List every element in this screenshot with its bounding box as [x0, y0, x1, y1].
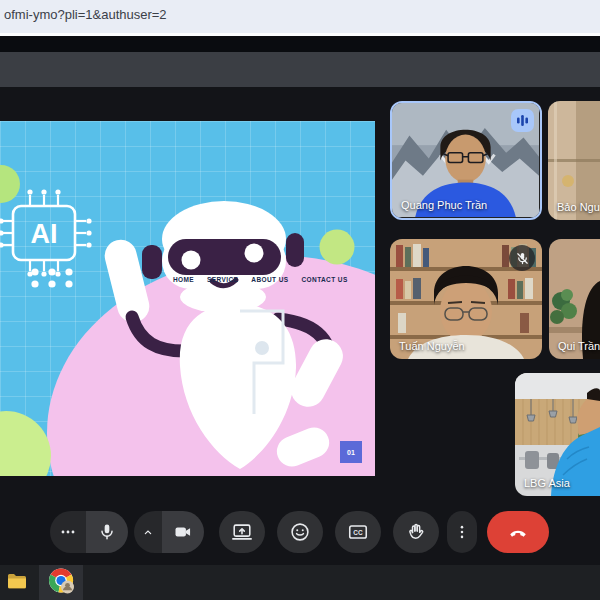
participant-name: Bảo Ngu [557, 201, 600, 213]
captions-icon: CC [347, 521, 369, 543]
url-text: ofmi-ymo?pli=1&authuser=2 [4, 7, 167, 22]
reactions-button[interactable] [277, 511, 323, 553]
slide-page-badge: 01 [340, 441, 362, 463]
slide-nav-item-contact: CONTACT US [301, 276, 347, 283]
participant-name: Tuấn Nguyễn [399, 340, 465, 352]
shared-screen-presentation[interactable]: AI [0, 121, 375, 476]
chrome-icon [48, 567, 75, 594]
participant-tile-lbg-asia[interactable]: LBG Asia [515, 373, 600, 496]
camera-icon [173, 522, 193, 542]
slide-nav: HOME SERVICE ABOUT US CONTACT US [173, 276, 348, 283]
smiley-icon [289, 521, 311, 543]
slide-nav-item-about: ABOUT US [251, 276, 288, 283]
ai-chip-label: AI [31, 219, 58, 249]
browser-toolbar-strip [0, 52, 600, 87]
participant-tile-tuan-nguyen[interactable]: Tuấn Nguyễn [390, 239, 542, 359]
screen: ofmi-ymo?pli=1&authuser=2 [0, 0, 600, 600]
camera-options-button[interactable] [134, 511, 162, 553]
raise-hand-button[interactable] [393, 511, 439, 553]
meet-main-area: AI [0, 87, 600, 565]
file-explorer-button[interactable] [7, 572, 27, 593]
participant-tile-bao-nguyen[interactable]: Bảo Ngu [548, 101, 600, 220]
raise-hand-icon [405, 521, 427, 543]
slide-nav-item-service: SERVICE [207, 276, 238, 283]
more-horizontal-icon [58, 522, 78, 542]
slide-nav-item-home: HOME [173, 276, 194, 283]
camera-button[interactable] [162, 511, 204, 553]
slide-illustration: AI [0, 121, 375, 476]
more-options-button[interactable] [447, 511, 477, 553]
speaking-indicator-icon [511, 109, 534, 132]
participant-name: LBG Asia [524, 477, 570, 489]
green-circle-topleft [0, 165, 20, 203]
more-audio-options-button[interactable] [50, 511, 86, 553]
mic-button-group [50, 511, 128, 553]
participant-name: Quang Phục Trần [401, 199, 487, 211]
captions-button[interactable]: CC [335, 511, 381, 553]
more-vertical-icon [453, 523, 471, 541]
end-call-icon [506, 520, 530, 544]
window-chrome-strip [0, 36, 600, 52]
participant-tile-qui-tran[interactable]: Qui Trần [549, 239, 600, 359]
microphone-icon [97, 522, 117, 542]
present-screen-button[interactable] [219, 511, 265, 553]
chrome-button[interactable] [48, 567, 75, 598]
camera-button-group [134, 511, 204, 553]
taskbar [0, 565, 600, 600]
browser-url-bar[interactable]: ofmi-ymo?pli=1&authuser=2 [0, 0, 600, 33]
end-call-button[interactable] [487, 511, 549, 553]
green-circle-bottomleft [0, 411, 51, 476]
chevron-up-icon [140, 524, 156, 540]
green-circle-right [320, 230, 355, 265]
file-explorer-icon [7, 572, 27, 589]
participant-tile-quang-phuc-tran[interactable]: Quang Phục Trần [390, 101, 542, 220]
present-screen-icon [231, 521, 253, 543]
participant-name: Qui Trần [558, 340, 600, 352]
muted-mic-icon [509, 245, 535, 271]
svg-text:CC: CC [353, 529, 363, 536]
dots-pattern [31, 268, 72, 287]
microphone-button[interactable] [86, 511, 128, 553]
